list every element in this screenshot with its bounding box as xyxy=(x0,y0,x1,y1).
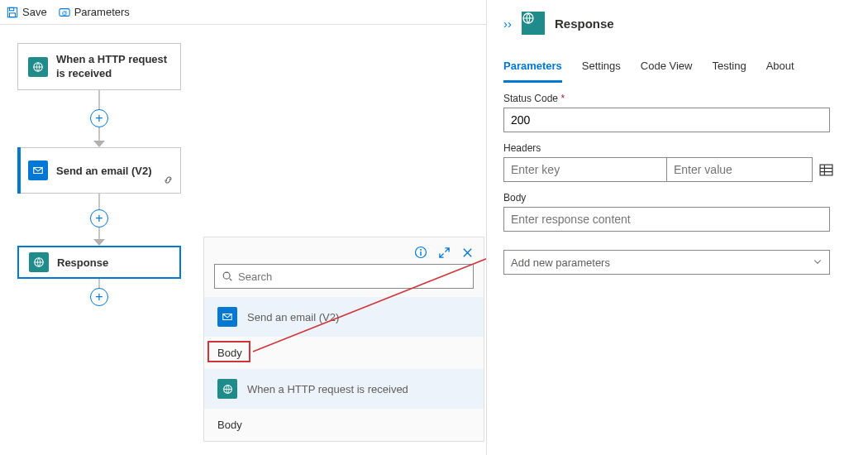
node-http-label: When a HTTP request is received xyxy=(56,53,170,80)
add-step-button[interactable]: + xyxy=(90,209,108,228)
picker-item-http-body[interactable]: Body xyxy=(204,409,484,441)
globe-icon xyxy=(29,252,49,272)
picker-group-http[interactable]: When a HTTP request is received xyxy=(204,369,484,409)
add-step-button[interactable]: + xyxy=(90,109,108,127)
details-panel: ›› Response Parameters Settings Code Vie… xyxy=(486,0,868,455)
required-icon: * xyxy=(560,93,565,104)
chevron-down-icon xyxy=(813,256,823,269)
headers-label: Headers xyxy=(503,142,851,154)
close-icon[interactable] xyxy=(460,246,474,259)
node-http-trigger[interactable]: When a HTTP request is received xyxy=(17,43,181,90)
tab-settings[interactable]: Settings xyxy=(582,55,621,83)
email-icon xyxy=(28,160,48,180)
info-icon[interactable] xyxy=(414,246,427,259)
header-key-input[interactable] xyxy=(503,157,666,182)
search-icon xyxy=(222,271,233,282)
svg-point-9 xyxy=(420,249,422,251)
globe-icon xyxy=(522,12,545,35)
svg-rect-2 xyxy=(10,12,16,17)
tab-about[interactable]: About xyxy=(766,55,794,83)
add-params-label: Add new parameters xyxy=(511,256,610,269)
field-status-code: Status Code * xyxy=(487,83,868,132)
left-accent xyxy=(17,147,21,194)
expand-icon[interactable] xyxy=(437,246,451,259)
search-input[interactable] xyxy=(233,271,466,283)
table-mode-icon[interactable] xyxy=(819,163,833,177)
svg-rect-1 xyxy=(10,7,14,11)
connector xyxy=(98,90,100,110)
field-body: Body xyxy=(487,182,868,232)
svg-rect-10 xyxy=(420,251,421,256)
svg-rect-16 xyxy=(820,165,832,175)
http-icon xyxy=(28,57,48,77)
field-headers: Headers xyxy=(487,132,868,182)
picker-email-label: Send an email (V2) xyxy=(247,311,339,323)
panel-title: Response xyxy=(555,17,614,31)
field-add-params: Add new parameters xyxy=(487,232,868,275)
body-text-2: Body xyxy=(217,419,242,431)
body-label: Body xyxy=(503,192,851,204)
arrow-down-icon xyxy=(93,239,105,246)
status-label: Status Code xyxy=(503,93,558,104)
add-step-button[interactable]: + xyxy=(90,288,108,306)
link-icon xyxy=(163,175,174,188)
svg-text:@: @ xyxy=(61,9,67,15)
save-icon xyxy=(7,7,18,18)
parameters-button[interactable]: @ Parameters xyxy=(59,6,130,18)
parameters-icon: @ xyxy=(59,7,70,18)
svg-point-11 xyxy=(223,272,230,279)
picker-toolbar xyxy=(204,237,484,264)
parameters-label: Parameters xyxy=(74,6,130,18)
add-parameters-select[interactable]: Add new parameters xyxy=(503,250,830,275)
picker-http-label: When a HTTP request is received xyxy=(247,383,408,395)
save-button[interactable]: Save xyxy=(7,6,47,18)
save-label: Save xyxy=(22,6,47,18)
node-email-label: Send an email (V2) xyxy=(56,165,152,177)
tab-codeview[interactable]: Code View xyxy=(641,55,693,83)
email-icon xyxy=(217,307,237,327)
header-value-input[interactable] xyxy=(666,157,813,182)
collapse-icon[interactable]: ›› xyxy=(503,17,512,31)
panel-tabs: Parameters Settings Code View Testing Ab… xyxy=(487,46,868,83)
globe-icon xyxy=(217,379,237,399)
body-input[interactable] xyxy=(503,207,830,232)
picker-group-email[interactable]: Send an email (V2) xyxy=(204,297,484,337)
panel-header: ›› Response xyxy=(487,0,868,46)
picker-search[interactable] xyxy=(214,264,474,289)
node-response[interactable]: Response xyxy=(17,246,181,279)
node-send-email[interactable]: Send an email (V2) xyxy=(17,147,181,194)
tab-testing[interactable]: Testing xyxy=(712,55,746,83)
arrow-down-icon xyxy=(93,141,105,147)
connector xyxy=(98,194,100,210)
node-response-label: Response xyxy=(57,256,108,269)
highlight-box xyxy=(207,341,250,362)
tab-parameters[interactable]: Parameters xyxy=(503,55,562,83)
dynamic-content-picker: Send an email (V2) Body When a HTTP requ… xyxy=(203,237,484,442)
status-code-input[interactable] xyxy=(503,108,830,132)
